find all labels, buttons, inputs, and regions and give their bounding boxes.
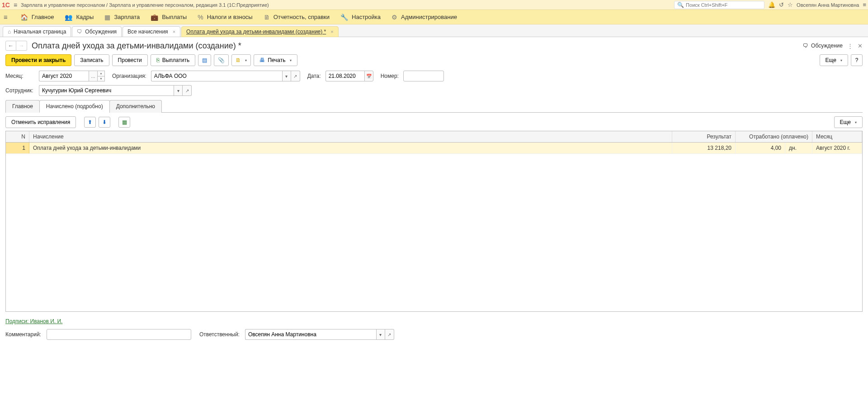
- month-picker-button[interactable]: …: [89, 71, 98, 81]
- month-label: Месяц:: [5, 73, 34, 79]
- form-tab-extra[interactable]: Дополнительно: [109, 100, 162, 113]
- nav-forward-button: →: [16, 41, 27, 51]
- accruals-table[interactable]: N Начисление Результат Отработано (оплач…: [5, 131, 863, 312]
- responsible-input[interactable]: [245, 329, 376, 340]
- kebab-icon[interactable]: ⋮: [847, 43, 853, 49]
- more-button[interactable]: Еще: [820, 54, 848, 66]
- current-user[interactable]: Овсепян Анна Мартиновна: [797, 2, 859, 8]
- hamburger-icon[interactable]: ≡: [14, 1, 17, 9]
- logo-1c: 1C: [2, 1, 10, 9]
- history-icon[interactable]: ↺: [779, 1, 784, 8]
- pay-button[interactable]: ⎘Выплатить: [151, 54, 196, 66]
- bell-icon[interactable]: 🔔: [768, 1, 775, 8]
- wallet-icon: 💼: [151, 14, 158, 21]
- sub-more-button[interactable]: Еще: [834, 116, 863, 128]
- menu-home[interactable]: 🏠Главное: [20, 14, 54, 21]
- title-bar: 1C ≡ Зарплата и управление персоналом / …: [0, 0, 868, 10]
- menu-home-label: Главное: [32, 14, 54, 20]
- month-down-button[interactable]: ▼: [98, 76, 104, 81]
- pay-label: Выплатить: [162, 57, 190, 63]
- save-button[interactable]: Записать: [74, 54, 109, 66]
- gear-icon: ⚙: [392, 14, 397, 21]
- menu-admin[interactable]: ⚙Администрирование: [392, 14, 457, 21]
- menu-settings-label: Настройка: [352, 14, 381, 20]
- printer-icon: 🖶: [259, 57, 265, 63]
- search-icon: 🔍: [677, 2, 684, 8]
- tab-bar: ⌂Начальная страница 🗨Обсуждения Все начи…: [0, 24, 868, 37]
- help-button[interactable]: ?: [851, 54, 863, 66]
- comment-label: Комментарий:: [5, 331, 41, 338]
- table-row[interactable]: 1 Оплата дней ухода за детьми-инвалидами…: [6, 143, 862, 154]
- close-icon[interactable]: ×: [330, 29, 333, 34]
- responsible-dropdown-button[interactable]: ▾: [376, 329, 385, 340]
- close-icon[interactable]: ✕: [858, 43, 863, 49]
- org-open-button[interactable]: ↗: [291, 71, 300, 81]
- menu-personnel[interactable]: 👥Кадры: [65, 14, 94, 21]
- star-icon[interactable]: ☆: [788, 1, 793, 8]
- number-input[interactable]: [403, 71, 444, 81]
- main-menu-toggle-icon[interactable]: ≡: [4, 13, 8, 21]
- date-picker-button[interactable]: 📅: [364, 71, 373, 81]
- create-icon: 🗎: [236, 57, 241, 63]
- cell-worked: 4,00: [736, 143, 785, 153]
- people-icon: 👥: [65, 14, 72, 21]
- discussion-label: Обсуждение: [811, 43, 843, 49]
- create-based-on-button[interactable]: 🗎: [231, 54, 251, 66]
- post-and-close-button[interactable]: Провести и закрыть: [5, 54, 71, 66]
- tab-all-accruals[interactable]: Все начисления×: [123, 26, 180, 37]
- menu-salary[interactable]: ▦Зарплата: [104, 14, 140, 21]
- search-input[interactable]: [686, 2, 761, 8]
- menu-payments[interactable]: 💼Выплаты: [151, 14, 187, 21]
- month-up-button[interactable]: ▲: [98, 71, 104, 76]
- nav-back-button[interactable]: ←: [5, 41, 16, 51]
- menu-reports[interactable]: 🗎Отчетность, справки: [264, 14, 330, 21]
- th-month[interactable]: Месяц: [812, 131, 862, 142]
- cancel-corrections-button[interactable]: Отменить исправления: [5, 116, 76, 128]
- form-tabs: Главное Начислено (подробно) Дополнитель…: [5, 100, 863, 113]
- tab-home-label: Начальная страница: [14, 29, 66, 35]
- form-tab-accrued[interactable]: Начислено (подробно): [39, 100, 110, 113]
- main-menu: ≡ 🏠Главное 👥Кадры ▦Зарплата 💼Выплаты %На…: [0, 10, 868, 24]
- move-up-button[interactable]: ⬆: [84, 117, 96, 128]
- th-worked[interactable]: Отработано (оплачено): [736, 131, 812, 142]
- th-n[interactable]: N: [6, 131, 29, 142]
- page-title: Оплата дней ухода за детьми-инвалидами (…: [32, 41, 241, 51]
- org-input[interactable]: [151, 71, 282, 81]
- employee-input[interactable]: [39, 85, 174, 96]
- move-down-button[interactable]: ⬇: [99, 117, 110, 128]
- attach-button[interactable]: 📎: [214, 54, 229, 66]
- date-input[interactable]: [326, 71, 364, 81]
- menu-salary-label: Зарплата: [114, 14, 140, 20]
- th-result[interactable]: Результат: [672, 131, 736, 142]
- percent-icon: %: [198, 14, 203, 21]
- menu-taxes-label: Налоги и взносы: [207, 14, 253, 20]
- tab-discussions[interactable]: 🗨Обсуждения: [72, 26, 122, 37]
- list-icon: ▦: [104, 14, 110, 21]
- org-dropdown-button[interactable]: ▾: [282, 71, 291, 81]
- post-button[interactable]: Провести: [112, 54, 148, 66]
- paperclip-icon: 📎: [218, 57, 225, 63]
- tab-current[interactable]: Оплата дней ухода за детьми-инвалидами (…: [181, 26, 339, 37]
- month-input[interactable]: [39, 71, 89, 81]
- form-tab-main[interactable]: Главное: [5, 100, 40, 113]
- employee-open-button[interactable]: ↗: [183, 85, 192, 96]
- menu-settings[interactable]: 🔧Настройка: [340, 14, 381, 21]
- chat-icon: 🗨: [803, 43, 808, 49]
- discussion-link[interactable]: 🗨 Обсуждение: [803, 43, 843, 49]
- menu-taxes[interactable]: %Налоги и взносы: [198, 14, 253, 21]
- global-search[interactable]: 🔍: [674, 1, 764, 9]
- structure-button[interactable]: ▤: [198, 54, 211, 66]
- menu-reports-label: Отчетность, справки: [274, 14, 330, 20]
- comment-input[interactable]: [47, 329, 191, 340]
- employee-dropdown-button[interactable]: ▾: [174, 85, 183, 96]
- menu-icon[interactable]: ≡: [863, 1, 866, 8]
- print-label: Печать: [268, 57, 285, 63]
- print-button[interactable]: 🖶Печать: [254, 54, 297, 66]
- close-icon[interactable]: ×: [173, 29, 175, 34]
- configure-columns-button[interactable]: ▦: [118, 117, 130, 128]
- responsible-open-button[interactable]: ↗: [385, 329, 394, 340]
- tab-home[interactable]: ⌂Начальная страница: [3, 26, 71, 37]
- signatures-link[interactable]: Подписи: Иванов И. И.: [5, 318, 62, 324]
- th-name[interactable]: Начисление: [29, 131, 672, 142]
- table-header: N Начисление Результат Отработано (оплач…: [6, 131, 862, 143]
